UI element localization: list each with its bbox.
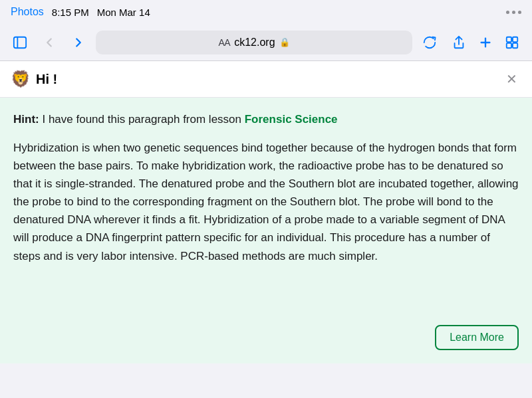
hint-label: Hint:	[13, 113, 39, 126]
hint-header-left: 🦁 Hi !	[11, 70, 57, 88]
lesson-name: Forensic Science	[245, 113, 338, 126]
text-size-control[interactable]: AA	[218, 37, 230, 48]
mascot-emoji: 🦁	[11, 70, 31, 88]
status-time: 8:15 PM	[52, 7, 89, 18]
content-area: Hint: I have found this paragraph from l…	[0, 98, 532, 363]
url-text: ck12.org	[234, 37, 275, 49]
share-icon	[452, 35, 466, 50]
forward-button[interactable]	[66, 31, 90, 54]
svg-rect-4	[507, 37, 511, 41]
share-button[interactable]	[447, 31, 471, 54]
svg-rect-6	[507, 43, 511, 47]
address-bar[interactable]: AA ck12.org 🔒	[96, 31, 412, 54]
browser-toolbar: AA ck12.org 🔒	[0, 24, 532, 61]
learn-more-button[interactable]: Learn More	[435, 325, 519, 350]
hint-header-title: Hi !	[36, 72, 57, 87]
chevron-right-icon	[71, 35, 86, 50]
status-left: Photos 8:15 PM Mon Mar 14	[11, 6, 150, 18]
hint-line: Hint: I have found this paragraph from l…	[13, 111, 519, 128]
main-text: Hybridization is when two genetic sequen…	[13, 139, 519, 265]
svg-rect-5	[513, 37, 517, 41]
sidebar-icon	[13, 35, 27, 50]
toolbar-right	[447, 31, 524, 54]
back-button[interactable]	[37, 31, 61, 54]
hint-header: 🦁 Hi ! ✕	[0, 61, 532, 98]
chevron-left-icon	[42, 35, 57, 50]
reload-button[interactable]	[418, 31, 442, 54]
lock-icon: 🔒	[279, 37, 290, 47]
status-app: Photos	[11, 6, 44, 18]
sidebar-toggle-button[interactable]	[8, 31, 32, 54]
svg-rect-0	[14, 37, 26, 48]
add-button[interactable]	[473, 31, 497, 54]
hint-intro: I have found this paragraph from lesson	[39, 113, 245, 126]
plus-icon	[478, 35, 493, 50]
svg-rect-7	[513, 43, 517, 47]
reload-icon	[422, 35, 437, 50]
close-button[interactable]: ✕	[501, 69, 521, 89]
status-bar: Photos 8:15 PM Mon Mar 14	[0, 0, 532, 24]
tabs-button[interactable]	[500, 31, 524, 54]
status-date: Mon Mar 14	[97, 7, 150, 18]
status-dots	[506, 11, 521, 14]
tabs-icon	[505, 35, 519, 50]
